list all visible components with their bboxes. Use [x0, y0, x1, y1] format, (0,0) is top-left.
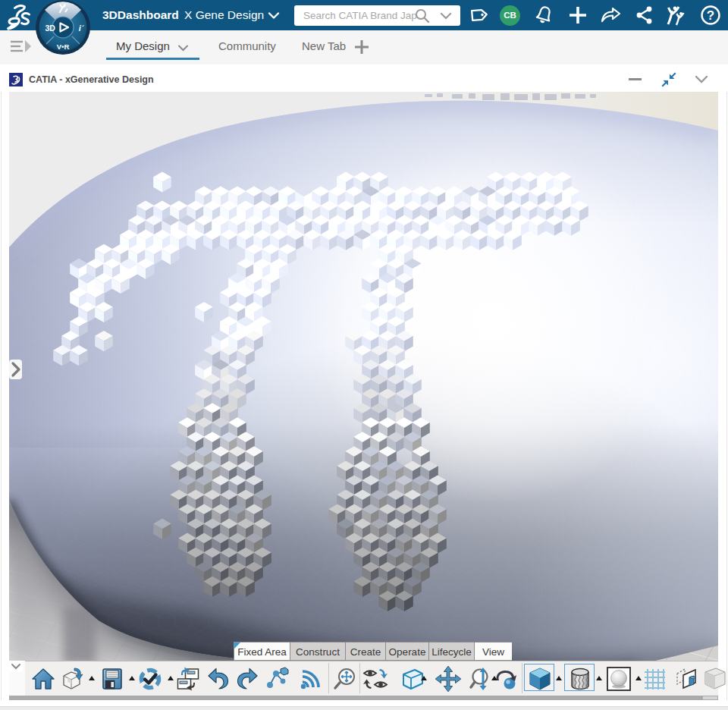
- svg-text:3D: 3D: [46, 24, 56, 33]
- svg-text:V•R: V•R: [57, 42, 70, 51]
- svg-text:?: ?: [707, 8, 714, 23]
